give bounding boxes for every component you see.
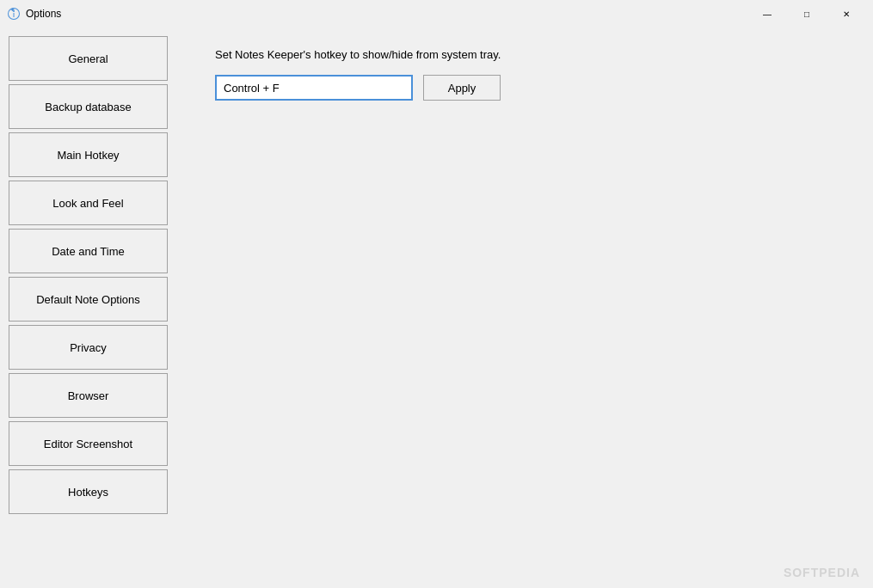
sidebar-btn-default-note-options[interactable]: Default Note Options <box>9 277 168 322</box>
maximize-button[interactable]: □ <box>787 0 827 28</box>
app-icon <box>7 7 21 21</box>
description-text: Set Notes Keeper's hotkey to show/hide f… <box>215 48 847 61</box>
sidebar-btn-privacy[interactable]: Privacy <box>9 325 168 370</box>
window-controls: — □ ✕ <box>747 0 866 28</box>
sidebar-btn-date-and-time[interactable]: Date and Time <box>9 229 168 273</box>
sidebar-btn-main-hotkey[interactable]: Main Hotkey <box>9 132 168 177</box>
apply-button[interactable]: Apply <box>423 75 501 101</box>
watermark: SOFTPEDIA <box>784 566 860 579</box>
sidebar-btn-hotkeys[interactable]: Hotkeys <box>9 469 168 514</box>
options-window: Options — □ ✕ GeneralBackup databaseMain… <box>0 0 873 588</box>
close-button[interactable]: ✕ <box>827 0 866 28</box>
sidebar-btn-editor-screenshot[interactable]: Editor Screenshot <box>9 421 168 466</box>
window-content: GeneralBackup databaseMain HotkeyLook an… <box>0 28 873 588</box>
hotkey-row: Apply <box>215 75 847 101</box>
minimize-button[interactable]: — <box>747 0 787 28</box>
main-panel: Set Notes Keeper's hotkey to show/hide f… <box>198 36 864 579</box>
title-bar: Options — □ ✕ <box>0 0 873 28</box>
sidebar-btn-look-and-feel[interactable]: Look and Feel <box>9 181 168 225</box>
sidebar-btn-backup-database[interactable]: Backup database <box>9 84 168 129</box>
sidebar-btn-browser[interactable]: Browser <box>9 373 168 418</box>
hotkey-input[interactable] <box>215 75 413 101</box>
window-title: Options <box>26 8 747 20</box>
sidebar: GeneralBackup databaseMain HotkeyLook an… <box>9 36 198 579</box>
sidebar-btn-general[interactable]: General <box>9 36 168 81</box>
